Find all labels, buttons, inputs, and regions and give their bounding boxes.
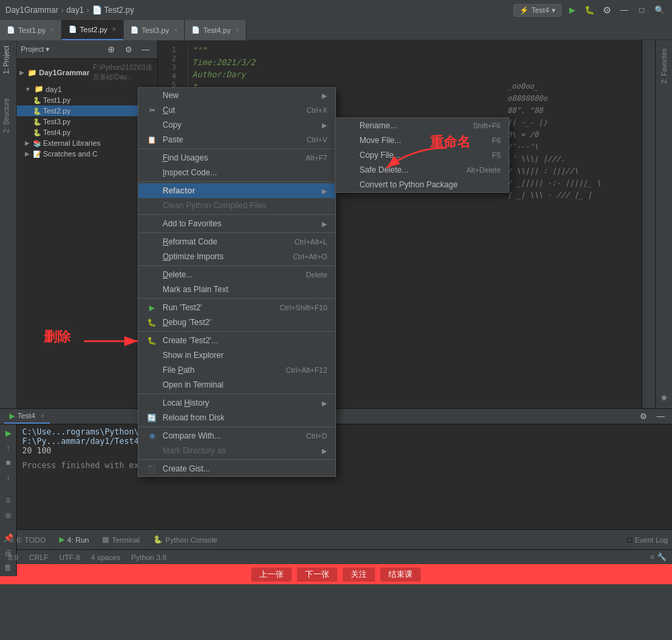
sidebar-tab-project[interactable]: 1: Project (0, 40, 16, 79)
breadcrumb-folder[interactable]: day1 (67, 5, 84, 15)
menu-item-compare[interactable]: ⊕ Compare With... Ctrl+D (138, 428, 335, 443)
run-config[interactable]: ⚡ Test4 ▾ (513, 4, 562, 17)
tree-item-day1[interactable]: ▼ 📁 day1 (17, 83, 157, 95)
copy-submenu-arrow-icon: ▶ (322, 122, 327, 129)
tab-close-icon[interactable]: × (112, 26, 116, 33)
sidebar-tab-favorites[interactable]: 2: Favorites (658, 43, 671, 89)
menu-item-reformat[interactable]: Reformat Code Ctrl+Alt+L (138, 234, 335, 249)
run-button[interactable]: ▶ (564, 3, 579, 17)
menu-item-add-favorites[interactable]: Add to Favorites ▶ (138, 216, 335, 231)
star-icon[interactable]: ★ (660, 392, 669, 403)
menu-item-debug[interactable]: 🐛 Debug 'Test2' (138, 315, 335, 330)
menu-item-copy[interactable]: Copy ▶ (138, 118, 335, 132)
status-line-ending[interactable]: CRLF (26, 553, 51, 561)
file-icon: 📄 (7, 26, 15, 34)
settings-icon[interactable]: ⚙ (121, 42, 136, 57)
menu-item-create[interactable]: 🐛 Create 'Test2'... (138, 333, 335, 348)
menu-item-local-history[interactable]: Local History ▶ (138, 396, 335, 410)
menu-item-file-path[interactable]: File Path Ctrl+Alt+F12 (138, 363, 335, 377)
status-icon-2[interactable]: 🔧 (657, 553, 667, 561)
editor-tab-bar: 📄 Test1.py × 📄 Test2.py × 📄 Test3.py × 📄… (0, 20, 672, 40)
prev-btn[interactable]: 上一张 (251, 567, 292, 582)
file-icon: 📄 (130, 26, 138, 34)
bottom-tab-run[interactable]: ▶ 4: Run (54, 533, 94, 547)
tree-item-test3[interactable]: 🐍 Test3.py (17, 116, 157, 127)
follow-btn[interactable]: 关注 (343, 567, 375, 582)
separator-9 (138, 426, 335, 427)
locate-icon[interactable]: ⊕ (103, 42, 118, 57)
coverage-button[interactable]: ⚙ (599, 3, 614, 17)
debug-button[interactable]: 🐛 (582, 3, 597, 17)
menu-item-run[interactable]: ▶ Run 'Test2' Ctrl+Shift+F10 (138, 300, 335, 315)
tree-item-extlibs[interactable]: ▶ 📚 External Libraries (17, 138, 157, 148)
menu-item-cut[interactable]: ✂ Cut Ctrl+X (138, 103, 335, 118)
scrollbar[interactable] (645, 40, 653, 408)
submenu-convert-package[interactable]: Convert to Python Package (335, 177, 509, 192)
tree-item-scratches[interactable]: ▶ 📝 Scratches and C (17, 148, 157, 159)
menu-item-refactor-label: Refactor (163, 186, 314, 195)
submenu-move-file[interactable]: Move File... F6 (335, 133, 509, 148)
bottom-tab-todo[interactable]: ≡ 6: TODO (4, 533, 51, 547)
menu-item-optimize[interactable]: Optimize Imports Ctrl+Alt+O (138, 249, 335, 264)
menu-item-delete[interactable]: Delete... Delete (138, 267, 335, 282)
run-scroll-btn[interactable]: ⊞ (2, 509, 14, 521)
bottom-tab-todo-label: 6: TODO (16, 536, 46, 544)
submenu-safe-delete[interactable]: Safe Delete... Alt+Delete (335, 163, 509, 177)
run-minimize-icon[interactable]: — (653, 409, 668, 424)
menu-item-mark-plain[interactable]: Mark as Plain Text (138, 282, 335, 297)
search-icon[interactable]: 🔍 (652, 3, 667, 17)
status-position[interactable]: 8:9 (5, 553, 21, 561)
local-history-arrow-icon: ▶ (322, 400, 327, 407)
chevron-down-icon: ▾ (552, 6, 556, 15)
run-play-btn[interactable]: ▶ (2, 427, 14, 439)
menu-item-reload[interactable]: 🔄 Reload from Disk (138, 410, 335, 425)
menu-item-open-terminal[interactable]: Open in Terminal (138, 377, 335, 392)
right-sidebar (642, 40, 655, 408)
menu-item-mark-dir: Mark Directory as ▶ (138, 443, 335, 458)
tree-item-test4[interactable]: 🐍 Test4.py (17, 127, 157, 138)
status-indent[interactable]: 4 spaces (88, 553, 123, 561)
tab-close-icon[interactable]: × (50, 26, 54, 34)
submenu-move-file-label: Move File... (360, 136, 487, 145)
tab-test2[interactable]: 📄 Test2.py × (62, 20, 124, 40)
reload-icon: 🔄 (146, 414, 157, 422)
tab-close-icon[interactable]: × (174, 26, 178, 34)
run-delete-btn[interactable]: 🗑 (2, 561, 14, 574)
tab-test3[interactable]: 📄 Test3.py × (124, 20, 185, 40)
sidebar-tab-structure[interactable]: 2: Structure (0, 93, 16, 138)
tab-test4[interactable]: 📄 Test4.py × (185, 20, 247, 40)
menu-item-create-gist[interactable]: ⚫ Create Gist... (138, 461, 335, 476)
menu-item-find-usages[interactable]: Find Usages Alt+F7 (138, 150, 335, 165)
menu-item-paste[interactable]: 📋 Paste Ctrl+V (138, 132, 335, 147)
tree-item-root[interactable]: ▶ 📁 Day1Grammar F:\Python2102\01语言基础\Day… (17, 62, 157, 83)
tree-item-test1[interactable]: 🐍 Test1.py (17, 95, 157, 105)
tree-item-test2[interactable]: 🐍 Test2.py (17, 105, 157, 116)
bottom-tab-python-console[interactable]: 🐍 Python Console (148, 533, 223, 547)
bottom-tab-terminal[interactable]: ▦ Terminal (97, 533, 145, 547)
run-tab-close-icon[interactable]: × (40, 412, 44, 420)
run-settings-icon[interactable]: ⚙ (636, 409, 650, 424)
tab-close-icon[interactable]: × (235, 26, 239, 34)
breadcrumb-root[interactable]: Day1Grammar (5, 5, 58, 15)
maximize-button[interactable]: □ (634, 3, 649, 17)
menu-item-inspect-code[interactable]: Inspect Code... (138, 165, 335, 180)
end-class-btn[interactable]: 结束课 (380, 567, 421, 582)
tab-test1[interactable]: 📄 Test1.py × (0, 20, 62, 40)
menu-item-show-explorer[interactable]: Show in Explorer (138, 348, 335, 363)
submenu-copy-file[interactable]: Copy File... F5 (335, 148, 509, 163)
menu-item-file-path-label: File Path (163, 365, 280, 375)
run-wrap-btn[interactable]: ≡ (2, 494, 14, 506)
menu-item-new[interactable]: New ▶ (138, 88, 335, 103)
submenu-rename[interactable]: Rename... Shift+F6 (335, 118, 509, 133)
run-up-btn[interactable]: ↑ (2, 442, 14, 454)
run-tab-test4[interactable]: ▶ Test4 × (4, 410, 50, 424)
status-python[interactable]: Python 3.8 (128, 553, 169, 561)
status-encoding[interactable]: UTF-8 (56, 553, 83, 561)
run-stop-btn[interactable]: ■ (2, 457, 14, 469)
next-btn[interactable]: 下一张 (297, 567, 337, 582)
status-icon-1[interactable]: ≡ (650, 553, 655, 561)
minimize-panel-icon[interactable]: — (138, 42, 153, 57)
menu-item-refactor[interactable]: Refactor ▶ (138, 183, 335, 198)
minimize-button[interactable]: — (617, 3, 632, 17)
run-down-btn[interactable]: ↓ (2, 471, 14, 484)
